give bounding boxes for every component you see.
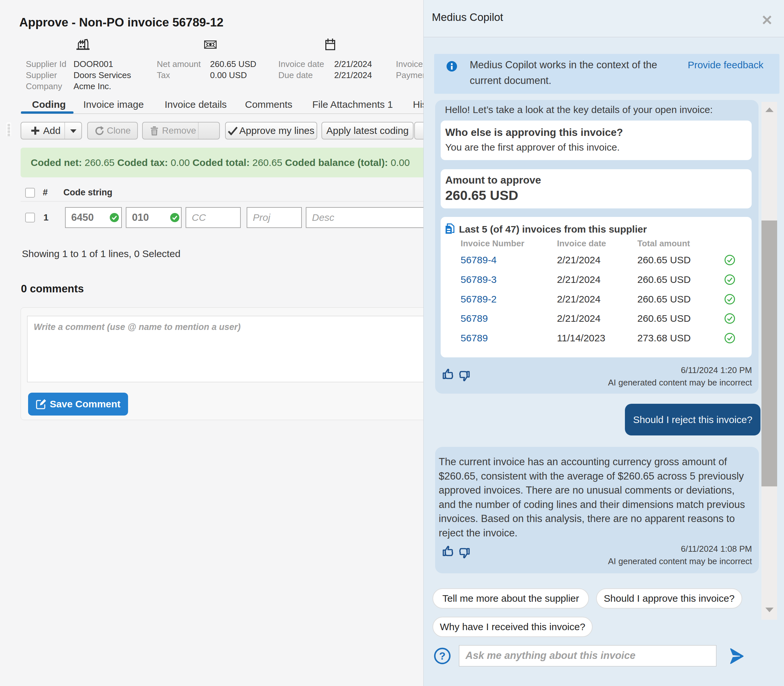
svg-text:?: ? (439, 650, 446, 662)
